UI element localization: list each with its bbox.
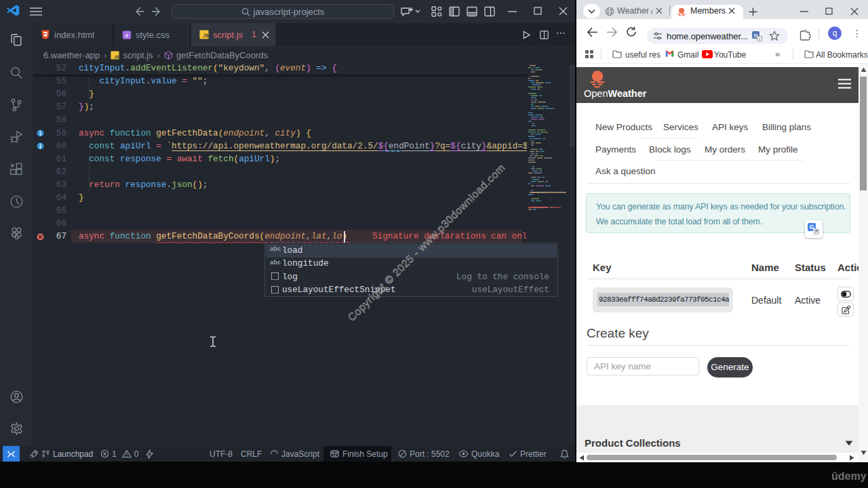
svg-text:#: # [125,33,128,37]
svg-text:x: x [759,37,761,41]
svg-text:JS: JS [203,33,209,38]
svg-text:JS: JS [115,54,119,58]
